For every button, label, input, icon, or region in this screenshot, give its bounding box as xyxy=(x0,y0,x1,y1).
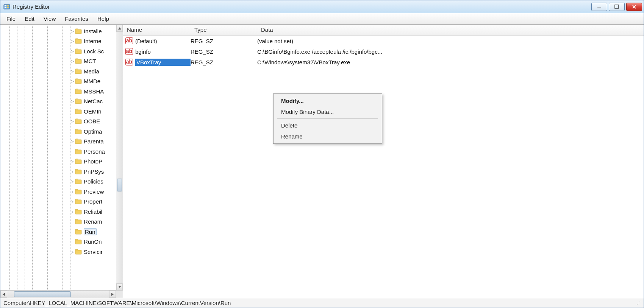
value-data: C:\BGinfo\Bginfo.exe /accepteula /ic:\bg… xyxy=(257,48,644,55)
tree-expander-icon[interactable]: ▷ xyxy=(70,29,75,33)
folder-icon xyxy=(75,129,82,134)
tree-horizontal-scrollbar[interactable] xyxy=(0,290,123,298)
tree-item[interactable]: MSSHA xyxy=(70,86,116,96)
tree-expander-icon[interactable]: ▷ xyxy=(70,210,75,214)
maximize-button[interactable] xyxy=(609,3,625,11)
tree-item[interactable]: ▷MCT xyxy=(70,56,116,67)
tree-item[interactable]: ▷MMDe xyxy=(70,76,116,87)
context-modify[interactable]: Modify... xyxy=(274,95,381,106)
tree-item[interactable]: ▷Lock Sc xyxy=(70,46,116,56)
tree-item[interactable]: ▷Installe xyxy=(70,26,116,36)
tree-item-label: Reliabil xyxy=(84,208,102,215)
tree-item[interactable]: ▷Policies xyxy=(70,177,116,187)
folder-icon xyxy=(75,199,82,204)
tree-expander-icon[interactable]: ▷ xyxy=(70,69,75,73)
resize-grip-icon[interactable]: ⋰ xyxy=(636,300,640,305)
tree-item[interactable]: Persona xyxy=(70,146,116,157)
folder-icon xyxy=(75,219,82,224)
tree-expander-icon[interactable]: ▷ xyxy=(70,250,75,254)
svg-rect-6 xyxy=(615,5,619,8)
tree-item[interactable]: ▷Propert xyxy=(70,197,116,207)
scroll-up-arrow-icon[interactable] xyxy=(116,25,123,32)
value-data: (value not set) xyxy=(257,38,644,44)
tree-expander-icon[interactable]: ▷ xyxy=(70,59,75,63)
tree-item[interactable]: ▷PnPSys xyxy=(70,166,116,177)
folder-icon xyxy=(75,118,82,124)
tree-expander-icon[interactable]: ▷ xyxy=(70,170,75,174)
menu-help[interactable]: Help xyxy=(93,13,114,24)
tree-item[interactable]: Optima xyxy=(70,126,116,137)
tree-item[interactable]: ▷Preview xyxy=(70,187,116,197)
column-header-data[interactable]: Data xyxy=(257,25,644,35)
list-row[interactable]: abVBoxTrayREG_SZC:\Windows\system32\VBox… xyxy=(123,57,644,67)
menu-edit[interactable]: Edit xyxy=(20,13,39,24)
tree-item[interactable]: Run xyxy=(70,227,116,237)
minimize-button[interactable] xyxy=(591,3,607,11)
string-value-icon: ab xyxy=(125,37,133,44)
folder-icon xyxy=(75,109,82,114)
folder-icon xyxy=(75,38,82,44)
tree-item-label: Propert xyxy=(84,198,102,205)
tree-item[interactable]: ▷Parenta xyxy=(70,137,116,147)
menu-view[interactable]: View xyxy=(39,13,60,24)
folder-icon xyxy=(75,68,82,74)
tree-expander-icon[interactable]: ▷ xyxy=(70,190,75,194)
tree-expander-icon[interactable]: ▷ xyxy=(70,49,75,53)
tree-item[interactable]: Renam xyxy=(70,217,116,227)
tree-vertical-scrollbar[interactable] xyxy=(116,25,123,290)
tree-item[interactable]: ▷PhotoP xyxy=(70,157,116,167)
context-rename[interactable]: Rename xyxy=(274,131,381,142)
value-type: REG_SZ xyxy=(191,48,257,55)
tree-expander-icon[interactable]: ▷ xyxy=(70,179,75,184)
svg-rect-5 xyxy=(597,8,601,8)
tree-item-label: Parenta xyxy=(84,138,104,145)
tree-item-label: Installe xyxy=(84,28,102,34)
tree-item-label: Renam xyxy=(84,218,102,225)
list-body[interactable]: ab(Default)REG_SZ(value not set)abbginfo… xyxy=(123,36,644,67)
menu-file[interactable]: File xyxy=(2,13,20,24)
tree-expander-icon[interactable]: ▷ xyxy=(70,119,75,123)
tree-content[interactable]: ▷Installe▷Interne▷Lock Sc▷MCT▷Media▷MMDe… xyxy=(0,25,116,290)
list-row[interactable]: ab(Default)REG_SZ(value not set) xyxy=(123,36,644,46)
tree-expander-icon[interactable]: ▷ xyxy=(70,199,75,204)
list-row[interactable]: abbginfoREG_SZC:\BGinfo\Bginfo.exe /acce… xyxy=(123,46,644,57)
tree-item-label: Policies xyxy=(84,178,103,185)
tree-expander-icon[interactable]: ▷ xyxy=(70,39,75,43)
scroll-thumb[interactable] xyxy=(14,291,71,297)
folder-icon xyxy=(75,159,82,164)
menu-favorites[interactable]: Favorites xyxy=(60,13,93,24)
context-separator xyxy=(277,118,378,119)
tree-item-label: MCT xyxy=(84,58,96,64)
value-type: REG_SZ xyxy=(191,38,257,44)
scroll-thumb[interactable] xyxy=(117,179,122,191)
svg-text:ab: ab xyxy=(126,59,132,65)
tree-item[interactable]: ▷NetCac xyxy=(70,96,116,107)
folder-icon xyxy=(75,138,82,144)
context-delete[interactable]: Delete xyxy=(274,120,381,131)
tree-item[interactable]: ▷Media xyxy=(70,66,116,76)
scroll-right-arrow-icon[interactable] xyxy=(109,291,116,298)
tree-expander-icon[interactable]: ▷ xyxy=(70,99,75,103)
tree-item[interactable]: ▷Reliabil xyxy=(70,207,116,217)
tree-item[interactable]: ▷OOBE xyxy=(70,117,116,127)
tree-item[interactable]: ▷Interne xyxy=(70,36,116,47)
svg-rect-2 xyxy=(5,7,6,8)
tree-item[interactable]: ▷Servicir xyxy=(70,247,116,257)
scroll-left-arrow-icon[interactable] xyxy=(0,291,7,298)
tree-item-label: PnPSys xyxy=(84,168,104,175)
tree-expander-icon[interactable]: ▷ xyxy=(70,79,75,83)
column-header-name[interactable]: Name xyxy=(123,25,191,35)
scroll-down-arrow-icon[interactable] xyxy=(116,283,123,290)
tree-item[interactable]: RunOn xyxy=(70,237,116,247)
close-button[interactable] xyxy=(626,3,642,11)
tree-expander-icon[interactable]: ▷ xyxy=(70,159,75,163)
folder-icon xyxy=(75,209,82,215)
svg-rect-3 xyxy=(7,5,9,6)
column-header-type[interactable]: Type xyxy=(191,25,257,35)
folder-icon xyxy=(75,149,82,154)
tree-item[interactable]: OEMIn xyxy=(70,106,116,117)
context-modify-binary[interactable]: Modify Binary Data... xyxy=(274,106,381,117)
tree-expander-icon[interactable]: ▷ xyxy=(70,139,75,143)
tree-pane: ▷Installe▷Interne▷Lock Sc▷MCT▷Media▷MMDe… xyxy=(0,25,123,298)
svg-text:ab: ab xyxy=(126,37,132,44)
